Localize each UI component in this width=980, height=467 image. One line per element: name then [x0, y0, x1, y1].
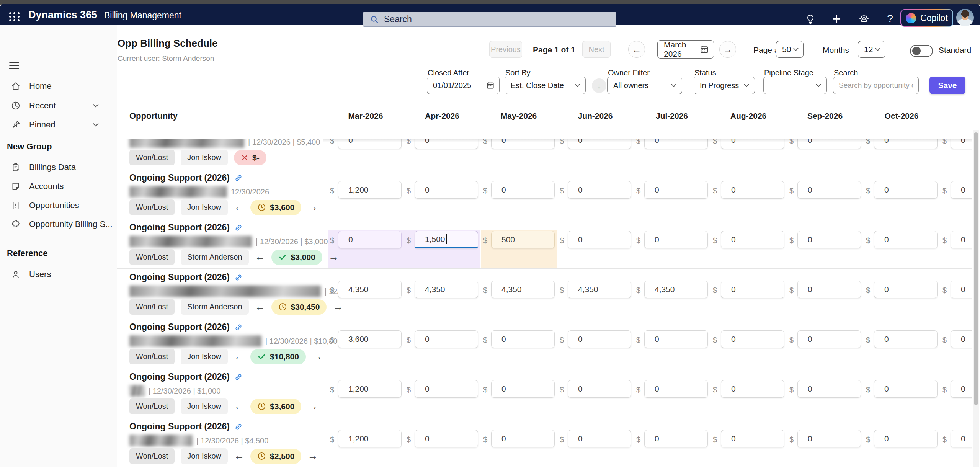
billing-amount-input[interactable]: 0 [721, 430, 784, 447]
owner-button[interactable]: Jon Iskow [181, 199, 228, 215]
chevron-down-icon[interactable] [92, 102, 100, 112]
billing-amount-input[interactable]: 4,350 [568, 281, 631, 298]
billing-amount-input[interactable]: 0 [568, 181, 631, 199]
billing-amount-input[interactable]: 1,500 [415, 231, 478, 248]
shift-left-button[interactable]: ← [255, 252, 265, 262]
billing-amount-input[interactable]: 0 [644, 430, 708, 447]
billing-amount-input[interactable]: 0 [951, 181, 972, 199]
shift-right-button[interactable]: → [307, 202, 318, 212]
owner-button[interactable]: Storm Anderson [181, 299, 248, 315]
billing-amount-input[interactable]: 0 [874, 281, 938, 298]
billing-amount-input[interactable]: 0 [721, 281, 784, 298]
gear-icon[interactable] [858, 12, 871, 25]
opportunity-title[interactable]: Ongoing Support (2026) [129, 222, 243, 233]
month-selector[interactable]: March 2026 [657, 40, 714, 59]
billing-amount-input[interactable]: 0 [874, 231, 938, 248]
next-month-button[interactable]: → [719, 41, 736, 58]
sidebar-item-billings-data[interactable]: Billings Data [0, 159, 117, 175]
won-lost-button[interactable]: Won/Lost [129, 299, 175, 315]
vertical-scrollbar[interactable] [973, 130, 979, 467]
billing-amount-input[interactable]: 0 [491, 330, 555, 348]
opportunity-title[interactable]: Ongoing Support (2026) [129, 272, 243, 282]
billing-amount-input[interactable]: 4,350 [338, 281, 402, 298]
owner-button[interactable]: Jon Iskow [181, 150, 228, 165]
won-lost-button[interactable]: Won/Lost [129, 150, 175, 165]
billing-amount-input[interactable]: 0 [721, 231, 784, 248]
billing-amount-input[interactable]: 0 [338, 231, 402, 248]
billing-amount-input[interactable]: 0 [568, 330, 631, 348]
billing-amount-input[interactable]: 4,350 [644, 281, 708, 298]
sidebar-item-accounts[interactable]: Accounts [0, 178, 117, 194]
billing-amount-input[interactable]: 1,200 [338, 380, 402, 398]
billing-amount-input[interactable]: 0 [568, 380, 631, 398]
menu-icon[interactable] [9, 62, 19, 71]
billing-amount-input[interactable]: 0 [874, 380, 938, 398]
billing-amount-input[interactable]: 0 [874, 430, 938, 447]
sort-direction-button[interactable]: ↓ [592, 78, 606, 93]
next-page-button[interactable]: Next [582, 41, 611, 58]
shift-left-button[interactable]: ← [234, 202, 244, 212]
billing-amount-input[interactable]: 0 [491, 380, 555, 398]
global-search-input[interactable]: Search [363, 12, 616, 27]
standard-toggle[interactable] [910, 45, 933, 57]
billing-amount-input[interactable]: 0 [568, 231, 631, 248]
billing-amount-input[interactable]: 0 [951, 380, 972, 398]
sidebar-item-opportunities[interactable]: Opportunities [0, 198, 117, 214]
billing-amount-input[interactable]: 4,350 [415, 281, 478, 298]
status-select[interactable]: In Progress [694, 77, 755, 94]
shift-left-button[interactable]: ← [255, 302, 265, 312]
billing-amount-input[interactable]: 0 [644, 330, 708, 348]
won-lost-button[interactable]: Won/Lost [129, 398, 175, 414]
opportunity-search-input[interactable] [833, 77, 919, 94]
app-launcher-waffle-icon[interactable] [9, 12, 20, 21]
billing-amount-input[interactable]: 0 [644, 181, 708, 199]
closed-after-date-input[interactable]: 01/01/2025 [427, 77, 500, 94]
billing-amount-input[interactable]: 0 [721, 330, 784, 348]
billing-amount-input[interactable]: 500 [491, 231, 555, 248]
billing-amount-input[interactable]: 0 [415, 380, 478, 398]
won-lost-button[interactable]: Won/Lost [129, 349, 175, 364]
owner-button[interactable]: Jon Iskow [181, 398, 228, 414]
billing-amount-input[interactable]: 4,350 [491, 281, 555, 298]
billing-amount-input[interactable]: 0 [797, 330, 861, 348]
billing-amount-input[interactable]: 0 [797, 281, 861, 298]
billing-amount-input[interactable]: 0 [415, 181, 478, 199]
opportunity-title[interactable]: Ongoing Support (2026) [129, 421, 243, 432]
won-lost-button[interactable]: Won/Lost [129, 199, 175, 215]
sidebar-item-opportunity-billing-schedule[interactable]: Opportunity Billing S... [0, 216, 117, 232]
scrollbar-thumb[interactable] [974, 132, 978, 405]
billing-amount-input[interactable]: 3,600 [338, 330, 402, 348]
sidebar-item-pinned[interactable]: Pinned [0, 117, 117, 133]
shift-left-button[interactable]: ← [234, 451, 244, 461]
billing-amount-input[interactable]: 0 [951, 281, 972, 298]
previous-page-button[interactable]: Previous [489, 41, 522, 58]
billing-amount-input[interactable]: 0 [797, 181, 861, 199]
billing-amount-input[interactable]: 0 [415, 330, 478, 348]
shift-right-button[interactable]: → [312, 351, 322, 362]
shift-right-button[interactable]: → [307, 401, 318, 411]
shift-left-button[interactable]: ← [234, 401, 244, 411]
billing-amount-input[interactable]: 0 [874, 181, 938, 199]
billing-amount-input[interactable]: 0 [721, 181, 784, 199]
billing-amount-input[interactable]: 0 [415, 430, 478, 447]
months-select[interactable]: 12 [858, 41, 885, 58]
shift-right-button[interactable]: → [333, 302, 343, 312]
shift-right-button[interactable]: → [307, 451, 318, 461]
won-lost-button[interactable]: Won/Lost [129, 448, 175, 464]
copilot-button[interactable]: Copilot [900, 9, 953, 27]
billing-amount-input[interactable]: 0 [644, 380, 708, 398]
lightbulb-icon[interactable] [804, 12, 817, 25]
billing-amount-input[interactable]: 0 [797, 231, 861, 248]
avatar[interactable] [956, 9, 974, 26]
app-brand[interactable]: Dynamics 365 [28, 9, 97, 21]
billing-amount-input[interactable]: 0 [797, 380, 861, 398]
billing-amount-input[interactable]: 0 [874, 330, 938, 348]
billing-amount-input[interactable]: 0 [491, 430, 555, 447]
won-lost-button[interactable]: Won/Lost [129, 249, 175, 265]
page-size-select[interactable]: 50 [776, 41, 804, 58]
opportunity-title[interactable]: Ongoing Support (2026) [129, 372, 243, 382]
chevron-down-icon[interactable] [92, 121, 100, 131]
billing-amount-input[interactable]: 0 [797, 430, 861, 447]
billing-amount-input[interactable]: 0 [951, 231, 972, 248]
pipeline-stage-select[interactable] [763, 77, 827, 94]
